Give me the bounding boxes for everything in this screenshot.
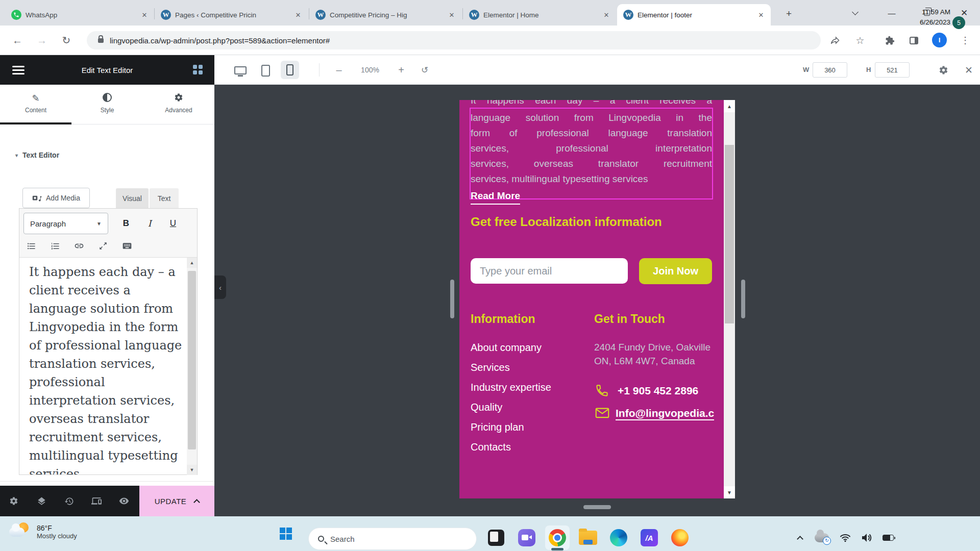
reload-button[interactable]: ↻ <box>58 32 75 48</box>
scroll-up-icon[interactable]: ▲ <box>187 258 197 268</box>
keyboard-shortcuts-icon[interactable] <box>118 238 136 254</box>
update-button[interactable]: UPDATE <box>139 486 214 516</box>
footer-link-industry[interactable]: Industry expertise <box>471 382 551 393</box>
email-link[interactable]: Info@lingvopedia.c <box>616 407 714 420</box>
address-bar[interactable]: lingvopedia.ca/wp-admin/post.php?post=58… <box>87 31 821 49</box>
new-tab-button[interactable]: + <box>786 8 792 19</box>
fullscreen-icon[interactable] <box>94 238 112 254</box>
onedrive-cloud-icon[interactable] <box>813 528 831 548</box>
phone-number[interactable]: +1 905 452 2896 <box>618 385 698 397</box>
notification-badge[interactable]: 5 <box>952 16 965 29</box>
resize-handle-left[interactable] <box>450 280 454 318</box>
resize-handle-bottom[interactable] <box>583 505 611 509</box>
bookmark-star-icon[interactable]: ☆ <box>853 33 867 47</box>
scroll-down-icon[interactable]: ▼ <box>724 486 735 498</box>
tab-competitive-pricing[interactable]: W Competitive Pricing – Hig ✕ <box>309 4 461 26</box>
preview-eye-icon[interactable] <box>110 486 138 516</box>
bullet-list-icon[interactable] <box>22 238 40 254</box>
browser-menu-icon[interactable]: ⋮ <box>958 33 972 47</box>
wifi-icon[interactable] <box>836 528 854 548</box>
volume-icon[interactable] <box>857 528 876 548</box>
collapse-panel-handle[interactable]: ‹ <box>214 276 226 299</box>
add-media-button[interactable]: Add Media <box>22 188 90 208</box>
tab-close-icon[interactable]: ✕ <box>602 11 611 19</box>
search-box[interactable]: Search <box>308 528 477 550</box>
taskbar-app-notepad[interactable] <box>486 528 506 548</box>
tab-close-icon[interactable]: ✕ <box>756 11 766 19</box>
tab-elementor-footer-active[interactable]: W Elementor | footer ✕ <box>617 4 771 26</box>
height-input[interactable]: 521 <box>875 62 910 78</box>
scrollbar-thumb[interactable] <box>188 271 196 449</box>
footer-link-contacts[interactable]: Contacts <box>471 441 511 453</box>
underline-button[interactable]: U <box>164 216 182 231</box>
bold-button[interactable]: B <box>117 216 135 231</box>
text-mode-tab[interactable]: Text <box>150 188 179 208</box>
taskbar-app-file-explorer[interactable] <box>578 528 598 548</box>
tab-content[interactable]: ✎ Content <box>0 85 71 124</box>
wp-editor-textarea[interactable]: It happens each day – a client receives … <box>20 258 187 474</box>
resize-handle-right[interactable] <box>741 280 745 318</box>
tab-close-icon[interactable]: ✕ <box>140 11 149 19</box>
footer-paragraph[interactable]: language solution from Lingvopedia in th… <box>471 110 712 205</box>
email-input[interactable] <box>471 258 628 284</box>
width-input[interactable]: 360 <box>813 62 847 78</box>
navigator-layers-icon[interactable] <box>28 486 55 516</box>
footer-link-about[interactable]: About company <box>471 342 542 354</box>
extensions-icon[interactable] <box>883 33 897 47</box>
paragraph-format-select[interactable]: Paragraph ▼ <box>23 213 108 234</box>
zoom-in-button[interactable]: + <box>393 62 409 78</box>
url-text[interactable]: lingvopedia.ca/wp-admin/post.php?post=58… <box>110 36 330 45</box>
scroll-up-icon[interactable]: ▲ <box>724 100 735 112</box>
tab-elementor-home[interactable]: W Elementor | Home ✕ <box>463 4 616 26</box>
history-icon[interactable] <box>55 486 83 516</box>
zoom-out-button[interactable]: – <box>331 62 347 78</box>
italic-button[interactable]: I <box>141 216 158 231</box>
share-icon[interactable] <box>828 33 842 47</box>
taskbar-app-chrome[interactable] <box>547 528 568 548</box>
visual-mode-tab[interactable]: Visual <box>116 188 149 208</box>
start-button[interactable] <box>280 528 293 541</box>
tab-style[interactable]: Style <box>71 85 143 124</box>
settings-gear-icon[interactable] <box>0 486 28 516</box>
tab-close-icon[interactable]: ✕ <box>447 11 456 19</box>
tab-search-icon[interactable] <box>848 6 862 19</box>
minimize-button[interactable]: — <box>885 6 898 19</box>
back-button[interactable]: ← <box>9 32 26 48</box>
close-preview-icon[interactable]: ✕ <box>961 62 977 78</box>
widgets-grid-icon[interactable] <box>193 65 203 75</box>
tablet-device-icon[interactable] <box>256 62 275 79</box>
footer-link-quality[interactable]: Quality <box>471 402 502 413</box>
taskbar-clock[interactable]: 11:59 AM 6/26/2023 <box>899 7 950 28</box>
editor-scrollbar[interactable]: ▲ ▼ <box>187 258 197 475</box>
read-more-link[interactable]: Read More <box>471 188 520 205</box>
tray-show-hidden-icons[interactable] <box>791 528 809 548</box>
taskbar-app-chat[interactable] <box>517 528 537 548</box>
footer-link-pricing[interactable]: Pricing plan <box>471 421 524 433</box>
scroll-down-icon[interactable]: ▼ <box>187 465 197 475</box>
tab-pages[interactable]: W Pages ‹ Competitive Pricin ✕ <box>155 4 308 26</box>
tab-close-icon[interactable]: ✕ <box>293 11 303 19</box>
tab-advanced[interactable]: Advanced <box>143 85 214 124</box>
taskbar-app-slash-a[interactable]: /A <box>639 528 659 548</box>
join-now-button[interactable]: Join Now <box>639 258 712 284</box>
mobile-device-icon[interactable] <box>281 61 299 79</box>
taskbar-app-edge[interactable] <box>608 528 629 548</box>
scrollbar-thumb[interactable] <box>725 145 734 323</box>
preview-scrollbar[interactable]: ▲ ▼ <box>724 100 735 498</box>
profile-avatar[interactable]: I <box>932 33 947 47</box>
link-icon[interactable] <box>70 238 88 254</box>
responsive-mode-icon[interactable] <box>83 486 110 516</box>
numbered-list-icon[interactable] <box>46 238 64 254</box>
reset-zoom-icon[interactable]: ↺ <box>416 62 433 78</box>
footer-link-services[interactable]: Services <box>471 362 510 373</box>
forward-button[interactable]: → <box>34 32 50 48</box>
desktop-device-icon[interactable] <box>231 62 250 79</box>
taskbar-app-firefox[interactable] <box>670 528 690 548</box>
weather-widget[interactable]: 86°F Mostly cloudy <box>9 521 77 542</box>
tab-whatsapp[interactable]: WhatsApp ✕ <box>5 4 154 26</box>
side-panel-icon[interactable] <box>906 33 921 47</box>
wordpress-icon: W <box>469 10 479 20</box>
battery-icon[interactable] <box>879 528 897 548</box>
text-editor-section-header[interactable]: ▾ Text Editor <box>15 151 59 159</box>
preview-settings-gear-icon[interactable] <box>935 62 951 78</box>
